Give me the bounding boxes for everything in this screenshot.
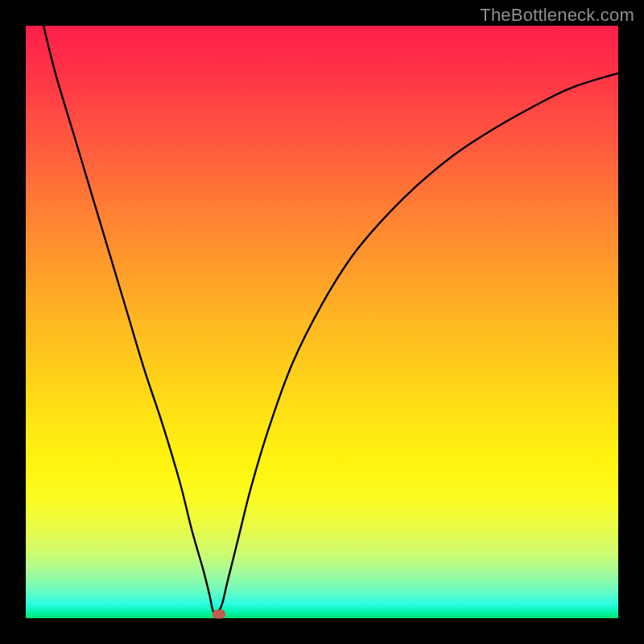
bottleneck-curve	[26, 26, 618, 618]
chart-frame: TheBottleneck.com	[0, 0, 644, 644]
plot-area	[26, 26, 618, 618]
optimal-point-marker	[213, 609, 225, 618]
watermark-text: TheBottleneck.com	[480, 5, 634, 26]
